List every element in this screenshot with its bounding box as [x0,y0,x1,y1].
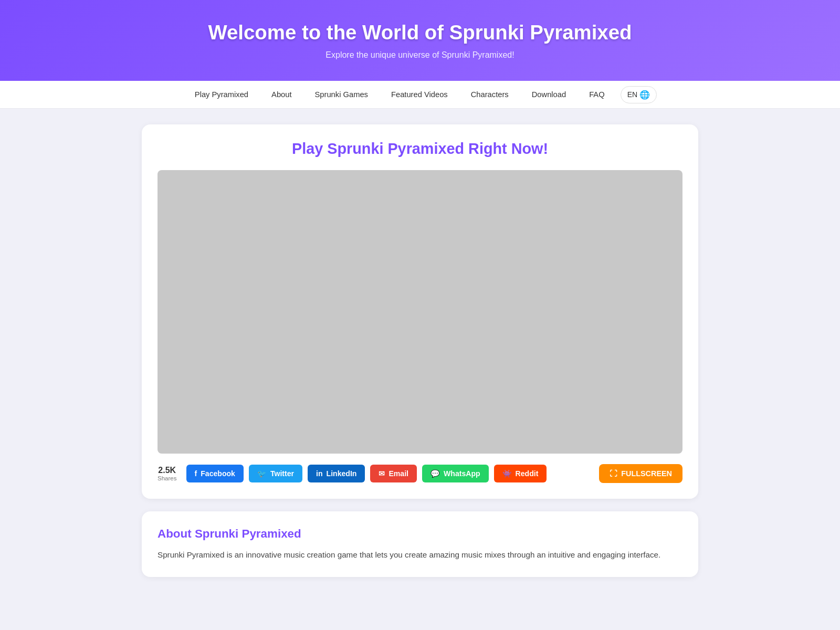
nav-bar: Play Pyramixed About Sprunki Games Featu… [0,81,840,109]
main-content: Play Sprunki Pyramixed Right Now! 2.5K S… [131,124,709,577]
whatsapp-share-button[interactable]: 💬 WhatsApp [422,465,489,482]
about-card: About Sprunki Pyramixed Sprunki Pyramixe… [142,511,698,577]
email-label: Email [388,469,408,478]
reddit-share-button[interactable]: 👾 Reddit [494,465,547,482]
header-banner: Welcome to the World of Sprunki Pyramixe… [0,0,840,81]
about-card-title: About Sprunki Pyramixed [158,527,682,541]
linkedin-label: LinkedIn [327,469,357,478]
globe-icon: 🌐 [639,90,650,100]
reddit-icon: 👾 [502,469,512,478]
whatsapp-icon: 💬 [430,469,440,478]
nav-item-featured-videos[interactable]: Featured Videos [380,81,459,108]
twitter-label: Twitter [270,469,294,478]
fullscreen-label: FULLSCREEN [621,469,672,478]
header-subtitle: Explore the unique universe of Sprunki P… [10,50,830,60]
nav-item-about[interactable]: About [260,81,303,108]
linkedin-share-button[interactable]: in LinkedIn [308,465,365,482]
about-description: Sprunki Pyramixed is an innovative music… [158,548,682,561]
nav-item-download[interactable]: Download [520,81,578,108]
game-card-title: Play Sprunki Pyramixed Right Now! [158,140,682,158]
language-selector[interactable]: EN 🌐 [621,86,657,103]
email-share-button[interactable]: ✉ Email [370,465,417,482]
nav-item-sprunki-games[interactable]: Sprunki Games [303,81,380,108]
share-number: 2.5K [158,466,176,475]
twitter-share-button[interactable]: 🐦 Twitter [249,465,302,482]
language-code: EN [627,90,638,99]
facebook-label: Facebook [201,469,235,478]
header-title: Welcome to the World of Sprunki Pyramixe… [10,21,830,44]
linkedin-icon: in [316,469,323,478]
email-icon: ✉ [379,469,385,478]
game-card: Play Sprunki Pyramixed Right Now! 2.5K S… [142,124,698,499]
reddit-label: Reddit [516,469,539,478]
nav-item-play-pyramixed[interactable]: Play Pyramixed [183,81,260,108]
facebook-icon: f [195,469,197,478]
game-frame [158,170,682,454]
twitter-icon: 🐦 [257,469,267,478]
nav-item-faq[interactable]: FAQ [578,81,616,108]
nav-item-characters[interactable]: Characters [459,81,520,108]
facebook-share-button[interactable]: f Facebook [186,465,244,482]
fullscreen-icon: ⛶ [610,469,617,478]
social-bar: 2.5K Shares f Facebook 🐦 Twitter in Link… [158,464,682,483]
share-count: 2.5K Shares [158,466,177,481]
whatsapp-label: WhatsApp [444,469,480,478]
share-label: Shares [158,475,177,481]
fullscreen-button[interactable]: ⛶ FULLSCREEN [599,464,682,483]
